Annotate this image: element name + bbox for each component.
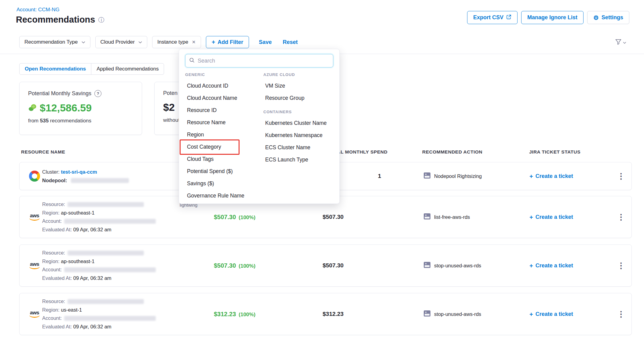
evaluated-at-label: Evaluated At:: [42, 275, 72, 281]
row-menu-icon[interactable]: ⋮: [617, 172, 625, 180]
dropdown-column-right: AZURE CLOUD VM Size Resource Group CONTA…: [263, 72, 337, 166]
cluster-link[interactable]: test-sri-qa-ccm: [61, 169, 97, 175]
aws-icon: aws: [27, 262, 42, 269]
search-input[interactable]: [198, 58, 329, 64]
recommended-action-cell: list-free-aws-rds: [423, 213, 470, 221]
create-ticket-button[interactable]: + Create a ticket: [529, 214, 573, 220]
filter-option-cloud-account-id[interactable]: Cloud Account ID: [185, 80, 260, 92]
filter-option-resource-group[interactable]: Resource Group: [263, 92, 337, 104]
chip-label: Instance type: [157, 39, 188, 45]
tab-applied-recommendations[interactable]: Applied Recommendations: [91, 63, 164, 74]
add-filter-button[interactable]: + Add Filter: [206, 36, 249, 48]
savings-percent: (100%): [239, 312, 255, 317]
filter-option-ecs-cluster-name[interactable]: ECS Cluster Name: [263, 141, 337, 154]
resource-label: Resource:: [42, 298, 65, 304]
card-title-partial: Poten: [163, 90, 177, 96]
action-label: list-free-aws-rds: [434, 214, 470, 220]
row-menu-icon[interactable]: ⋮: [617, 262, 625, 269]
filter-chip-instance-type[interactable]: Instance type ✕: [152, 36, 201, 48]
savings-subtext: from 535 recommendations: [28, 118, 133, 124]
savings-amount-row: $12,586.59: [28, 102, 133, 114]
create-ticket-label: Create a ticket: [536, 311, 573, 317]
create-ticket-button[interactable]: + Create a ticket: [529, 173, 573, 179]
external-link-icon: [506, 14, 511, 21]
savings-value: $507.30: [214, 262, 236, 269]
column-header-recommended-action: RECOMMENDED ACTION: [422, 149, 482, 155]
plus-icon: +: [529, 214, 533, 220]
monthly-spend-cell: $507.30: [323, 262, 344, 269]
filter-option-resource-id[interactable]: Resource ID: [185, 104, 260, 116]
filter-option-cloud-account-name[interactable]: Cloud Account Name: [185, 92, 260, 104]
funnel-icon: [615, 39, 621, 46]
action-icon: [423, 262, 431, 269]
card-title: Potential Monthly Savings: [28, 90, 91, 97]
row-menu-icon[interactable]: ⋮: [617, 310, 625, 318]
gear-icon: ⚙: [593, 15, 599, 21]
redacted-value: [68, 251, 144, 255]
redacted-value: [71, 178, 129, 183]
plus-icon: +: [529, 173, 533, 179]
subtext-suffix: recommendations: [49, 118, 91, 124]
filter-panel-toggle[interactable]: [615, 39, 626, 46]
region-value: us-east-1: [61, 307, 82, 313]
chip-label: Recommendation Type: [24, 39, 78, 45]
filter-option-cost-category[interactable]: Cost Category: [185, 141, 260, 153]
resource-cell: Resource: Region: us-east-1 Account: Eva…: [42, 297, 156, 331]
action-label: stop-unused-aws-rds: [434, 311, 481, 317]
export-csv-label: Export CSV: [473, 14, 503, 21]
filter-option-potential-spend[interactable]: Potential Spend ($): [185, 165, 260, 177]
evaluated-at-value: 09 Apr, 06:32 am: [73, 275, 112, 281]
chevron-down-icon: [623, 40, 626, 45]
evaluated-at-label: Evaluated At:: [42, 227, 72, 232]
action-label: stop-unused-aws-rds: [434, 263, 481, 269]
savings-value: $312.23: [214, 311, 236, 317]
subtext-prefix: from: [28, 118, 40, 124]
plus-icon: +: [529, 311, 533, 317]
help-icon[interactable]: ?: [94, 90, 101, 97]
nodepool-label: Nodepool:: [42, 177, 67, 183]
evaluated-at-value: 09 Apr, 06:32 am: [73, 227, 112, 232]
info-icon[interactable]: ⓘ: [98, 17, 104, 23]
account-breadcrumb[interactable]: Account: CCM-NG: [16, 7, 60, 13]
filter-option-kubernetes-namespace[interactable]: Kubernetes Namespace: [263, 129, 337, 141]
card-title-row: Potential Monthly Savings ?: [28, 90, 133, 97]
aws-icon: aws: [27, 213, 42, 221]
reset-filter-button[interactable]: Reset: [283, 39, 298, 45]
filter-option-governance-rule-name[interactable]: Governance Rule Name: [185, 190, 260, 202]
plus-icon: +: [212, 39, 215, 45]
filter-option-cloud-tags[interactable]: Cloud Tags: [185, 153, 260, 165]
create-ticket-button[interactable]: + Create a ticket: [529, 262, 573, 269]
search-icon: [189, 57, 195, 64]
settings-button[interactable]: ⚙ Settings: [587, 11, 629, 24]
filter-option-kubernetes-cluster-name[interactable]: Kubernetes Cluster Name: [263, 117, 337, 129]
header-actions: Export CSV Manage Ignore List ⚙ Settings: [467, 11, 629, 24]
create-ticket-button[interactable]: + Create a ticket: [529, 311, 573, 317]
filter-option-savings[interactable]: Savings ($): [185, 177, 260, 190]
create-ticket-label: Create a ticket: [536, 173, 573, 179]
filter-chip-cloud-provider[interactable]: Cloud Provider: [95, 36, 147, 48]
export-csv-button[interactable]: Export CSV: [467, 11, 518, 24]
manage-ignore-list-button[interactable]: Manage Ignore List: [521, 11, 584, 24]
filter-option-region[interactable]: Region: [185, 128, 260, 141]
save-filter-button[interactable]: Save: [259, 39, 272, 45]
spend-value-partial: 1: [378, 173, 381, 179]
filter-option-vm-size[interactable]: VM Size: [263, 80, 337, 92]
table-row[interactable]: aws Resource: Region: ap-southeast-1 Acc…: [19, 244, 632, 287]
filter-option-ecs-launch-type[interactable]: ECS Launch Type: [263, 154, 337, 166]
monthly-spend-cell: $312.23: [323, 311, 344, 317]
table-row[interactable]: aws Resource: Region: us-east-1 Account:…: [19, 293, 632, 335]
savings-value: $507.30: [214, 214, 236, 220]
tab-open-recommendations[interactable]: Open Recommendations: [20, 63, 91, 74]
filter-bar: Recommendation Type Cloud Provider Insta…: [19, 36, 298, 48]
row-menu-icon[interactable]: ⋮: [617, 213, 625, 221]
potential-monthly-savings-card: Potential Monthly Savings ? $12,586.59 f…: [19, 82, 142, 135]
filter-option-resource-name[interactable]: Resource Name: [185, 116, 260, 128]
add-filter-label: Add Filter: [218, 39, 243, 45]
dropdown-search-box[interactable]: [185, 54, 333, 67]
region-label: Region:: [42, 259, 60, 264]
close-icon[interactable]: ✕: [192, 39, 196, 45]
region-value: ap-southeast-1: [61, 210, 94, 215]
filter-chip-recommendation-type[interactable]: Recommendation Type: [19, 36, 90, 48]
monthly-spend-cell: $507.30: [323, 214, 344, 220]
coins-icon: [28, 103, 37, 113]
